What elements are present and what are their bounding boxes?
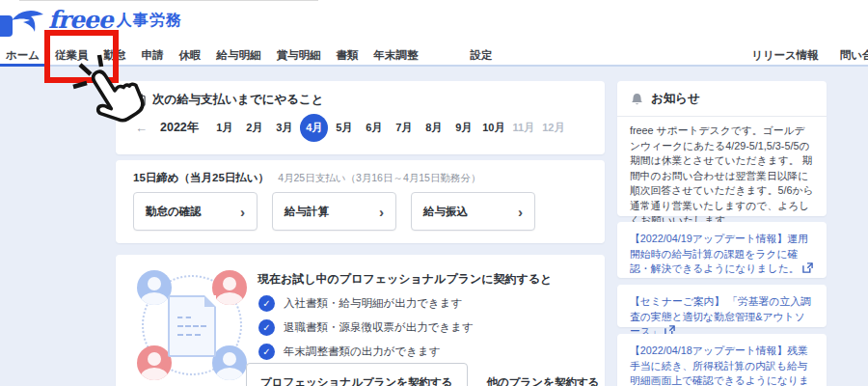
payroll-calc-label: 給与計算 (285, 205, 329, 219)
month-jul[interactable]: 7月 (390, 114, 418, 142)
benefit-label: 年末調整書類の出力ができます (284, 345, 441, 359)
benefit-row: ✓ 年末調整書類の出力ができます (258, 344, 441, 360)
month-aug[interactable]: 8月 (420, 114, 448, 142)
notice-title: お知らせ (651, 91, 700, 107)
month-feb[interactable]: 2月 (240, 114, 268, 142)
todo-card-title: 次の給与支払いまでにやること (152, 92, 324, 108)
external-link-icon (802, 262, 813, 273)
other-plans-button[interactable]: 他のプランを契約する (487, 375, 600, 386)
nav-item-documents[interactable]: 書類 (337, 48, 359, 63)
nav-item-payslips[interactable]: 給与明細 (217, 48, 261, 63)
todo-card: 次の給与支払いまでにやること ← 2022年 1月 2月 3月 4月 5月 6月… (116, 81, 605, 154)
todo-card-header: 次の給与支払いまでにやること (133, 92, 324, 108)
payroll-transfer-button[interactable]: 給与振込 › (411, 192, 535, 231)
chevron-right-icon: › (240, 204, 245, 220)
swallow-logo-icon (12, 8, 44, 33)
payroll-cycle-card: 15日締め（当月25日払い） 4月25日支払い（3月16日～4月15日勤務分） … (116, 160, 605, 243)
year-label: 2022年 (160, 120, 199, 136)
document-icon (168, 295, 216, 357)
nav-active-indicator (0, 64, 46, 67)
announcement-link[interactable]: 【セミナーご案内】 「労基署の立入調査の実態と適切な勤怠管理&アウトソース」 (630, 294, 815, 340)
nav-item-settings[interactable]: 設定 (471, 48, 493, 63)
bell-icon (631, 93, 643, 106)
announcement-link[interactable]: 【2022/04/18アップデート情報】残業手当に続き、所得税計算の内訳も給与明… (630, 344, 815, 386)
announcement-card[interactable]: 【セミナーご案内】 「労基署の立入調査の実態と適切な勤怠管理&アウトソース」 (617, 285, 827, 327)
plan-actions-row: プロフェッショナルプランを契約する 他のプランを契約する (246, 363, 599, 386)
avatar (212, 345, 247, 380)
click-hand-cursor-icon (68, 48, 152, 129)
month-jan[interactable]: 1月 (210, 114, 238, 142)
payroll-calc-button[interactable]: 給与計算 › (272, 192, 396, 231)
plan-promo-card: 現在お試し中のプロフェッショナルプランに契約すると ✓ 入社書類・給与明細が出力… (116, 255, 605, 386)
nav-item-year-end[interactable]: 年末調整 (374, 48, 419, 63)
nav-right-group: リリース情報 問い合わせ (751, 48, 868, 63)
chevron-right-icon: › (379, 204, 384, 220)
nav-item-bonus-slips[interactable]: 賞与明細 (277, 48, 321, 63)
nav-item-release-notes[interactable]: リリース情報 (751, 48, 819, 63)
announcement-card[interactable]: 【2022/04/19アップデート情報】運用開始時の給与計算の課題をラクに確認・… (617, 222, 827, 278)
team-documents-illustration (135, 268, 249, 382)
month-oct[interactable]: 10月 (479, 114, 507, 142)
attendance-check-label: 勤怠の確認 (146, 205, 202, 219)
notice-card-header: お知らせ (631, 91, 700, 107)
payroll-cycle-row: 15日締め（当月25日払い） 4月25日支払い（3月16日～4月15日勤務分） (133, 171, 480, 185)
payroll-cycle-label: 15日締め（当月25日払い） (133, 171, 269, 185)
month-picker: ← 2022年 1月 2月 3月 4月 5月 6月 7月 8月 9月 10月 1… (135, 114, 569, 142)
benefit-row: ✓ 入社書類・給与明細が出力できます (258, 295, 462, 312)
month-dec-disabled: 12月 (539, 114, 567, 142)
product-name: 人事労務 (117, 11, 182, 33)
chevron-right-icon: › (518, 204, 523, 220)
payroll-actions: 勤怠の確認 › 給与計算 › 給与振込 › (133, 192, 535, 231)
month-nov-disabled: 11月 (509, 114, 537, 142)
notice-card: お知らせ freee サポートデスクです。ゴールデンウィークにあたる4/29-5… (617, 81, 827, 216)
announcement-link[interactable]: 【2022/04/19アップデート情報】運用開始時の給与計算の課題をラクに確認・… (630, 232, 815, 277)
avatar (137, 345, 172, 380)
benefit-label: 入社書類・給与明細が出力できます (284, 296, 462, 311)
nav-item-leave[interactable]: 休暇 (179, 48, 202, 63)
month-jun[interactable]: 6月 (360, 114, 388, 142)
plan-promo-title: 現在お試し中のプロフェッショナルプランに契約すると (258, 271, 552, 288)
avatar (212, 270, 247, 305)
check-icon: ✓ (258, 344, 275, 360)
month-mar[interactable]: 3月 (270, 114, 298, 142)
nav-item-home[interactable]: ホーム (6, 48, 40, 63)
check-icon: ✓ (258, 319, 275, 336)
check-icon: ✓ (258, 295, 275, 312)
subscribe-professional-button[interactable]: プロフェッショナルプランを契約する (246, 363, 468, 386)
app-root: freee 人事労務 ホーム 従業員 勤怠 申請 休暇 給与明細 賞与明細 書類… (0, 0, 868, 386)
month-apr-selected[interactable]: 4月 (300, 114, 328, 142)
nav-item-contact[interactable]: 問い合わせ (840, 48, 868, 63)
top-divider (19, 0, 318, 1)
notice-divider (617, 116, 827, 117)
announcement-card[interactable]: 【2022/04/18アップデート情報】残業手当に続き、所得税計算の内訳も給与明… (617, 334, 827, 386)
attendance-check-button[interactable]: 勤怠の確認 › (133, 192, 258, 231)
month-may[interactable]: 5月 (330, 114, 358, 142)
benefit-row: ✓ 退職書類・源泉徴収票が出力できます (258, 319, 474, 336)
month-sep[interactable]: 9月 (449, 114, 477, 142)
notice-body: freee サポートデスクです。ゴールデンウィークにあたる4/29-5/1,5/… (630, 124, 815, 229)
payroll-cycle-detail: 4月25日支払い（3月16日～4月15日勤務分） (278, 172, 480, 185)
avatar (137, 270, 172, 305)
payroll-transfer-label: 給与振込 (423, 205, 468, 219)
benefit-label: 退職書類・源泉徴収票が出力できます (284, 320, 474, 335)
